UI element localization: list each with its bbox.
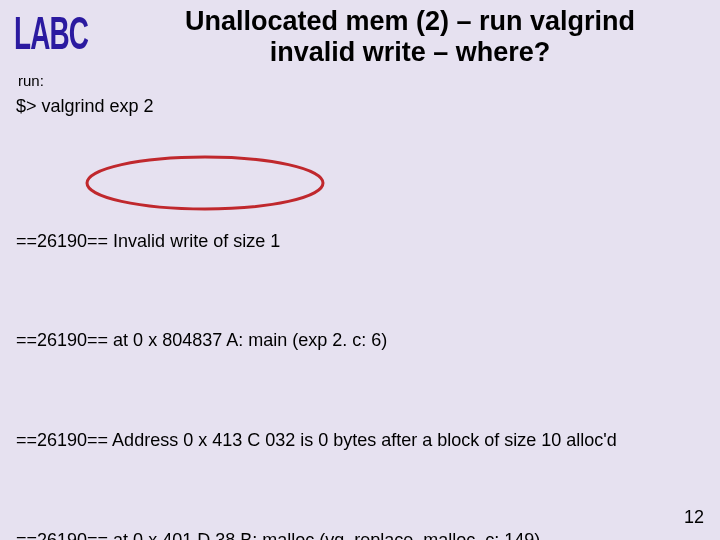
command-line: $> valgrind exp 2 bbox=[16, 96, 154, 117]
slide-title: Unallocated mem (2) – run valgrind inval… bbox=[130, 6, 690, 68]
output-line: ==26190== Invalid write of size 1 bbox=[16, 225, 704, 258]
logo: LABC bbox=[14, 6, 88, 60]
title-line-2: invalid write – where? bbox=[270, 37, 551, 67]
page-number: 12 bbox=[684, 507, 704, 528]
run-label: run: bbox=[18, 72, 44, 89]
valgrind-output: ==26190== Invalid write of size 1 ==2619… bbox=[16, 158, 704, 540]
output-line: ==26190== Address 0 x 413 C 032 is 0 byt… bbox=[16, 424, 704, 457]
title-line-1: Unallocated mem (2) – run valgrind bbox=[185, 6, 635, 36]
output-line: ==26190== at 0 x 401 D 38 B: malloc (vg_… bbox=[16, 524, 704, 540]
output-line: ==26190== at 0 x 804837 A: main (exp 2. … bbox=[16, 324, 704, 357]
